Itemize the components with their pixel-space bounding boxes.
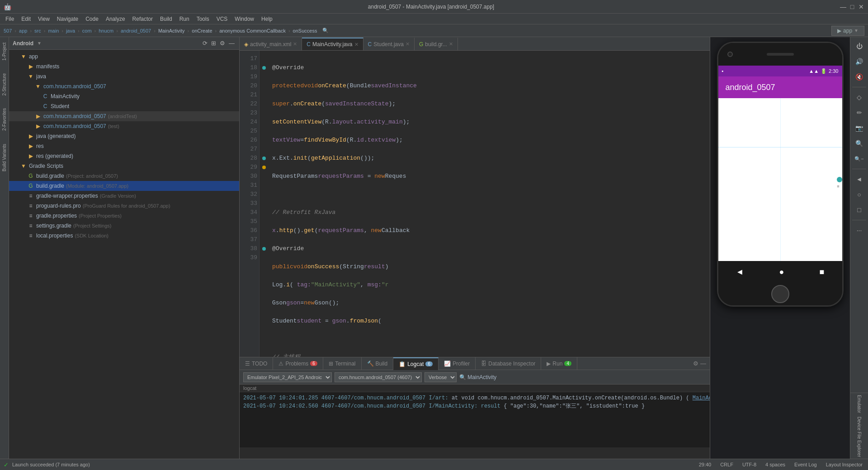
tab-student-java-close[interactable]: ✕ bbox=[406, 41, 410, 47]
volume-up-button[interactable]: 🔊 bbox=[852, 54, 867, 69]
phone-nav-bar[interactable]: ◄ ● ■ bbox=[718, 261, 842, 283]
tab-database-inspector[interactable]: 🗄 Database Inspector bbox=[476, 357, 541, 370]
tree-student[interactable]: C Student bbox=[9, 101, 239, 111]
package-selector[interactable]: com.hnucm.android_0507 (4607) bbox=[335, 372, 422, 382]
sync-button[interactable]: ⟳ bbox=[202, 39, 208, 47]
code-editor[interactable]: 17 18 19 20 21 22 23 24 25 26 27 28 bbox=[240, 51, 710, 368]
tree-java[interactable]: ▼ java bbox=[9, 71, 239, 81]
nav-com[interactable]: com bbox=[82, 28, 92, 33]
tab-activity-main-xml-close[interactable]: ✕ bbox=[293, 41, 297, 47]
logcat-settings-button[interactable]: ⚙ bbox=[693, 360, 698, 367]
tab-terminal[interactable]: ⊞ Terminal bbox=[323, 357, 361, 370]
status-time[interactable]: 29:40 bbox=[697, 462, 713, 467]
tree-manifests[interactable]: ▶ manifests bbox=[9, 62, 239, 71]
collapse-all-button[interactable]: ⊞ bbox=[210, 39, 217, 47]
menu-navigate[interactable]: Navigate bbox=[53, 14, 82, 24]
logcat-link-1[interactable]: MainActivity.java:20 bbox=[693, 395, 710, 401]
tree-androidtest[interactable]: ▶ com.hnucm.android_0507 (androidTest) bbox=[9, 111, 239, 121]
nav-onsuccess[interactable]: onSuccess bbox=[293, 28, 317, 33]
event-log-button[interactable]: Event Log bbox=[793, 462, 819, 467]
tree-test[interactable]: ▶ com.hnucm.android_0507 (test) bbox=[9, 121, 239, 131]
status-indent[interactable]: 4 spaces bbox=[764, 462, 787, 467]
draw-button[interactable]: ✏ bbox=[852, 105, 867, 120]
menu-analyze[interactable]: Analyze bbox=[102, 14, 129, 24]
nav-main[interactable]: main bbox=[48, 28, 59, 33]
minimize-button[interactable]: — bbox=[840, 4, 846, 10]
tab-student-java[interactable]: C Student.java ✕ bbox=[363, 38, 415, 50]
nav-hnucm[interactable]: hnucm bbox=[99, 28, 113, 33]
tab-mainactivity-java-close[interactable]: ✕ bbox=[354, 42, 359, 47]
phone-home-button[interactable]: ● bbox=[779, 267, 784, 277]
panel-gear-button[interactable]: ⚙ bbox=[219, 39, 226, 47]
menu-edit[interactable]: Edit bbox=[18, 14, 34, 24]
log-level-selector[interactable]: Verbose bbox=[425, 372, 457, 382]
nav-mainactivity[interactable]: MainActivity bbox=[158, 28, 185, 33]
menu-view[interactable]: View bbox=[34, 14, 53, 24]
nav-package[interactable]: android_0507 bbox=[121, 28, 151, 33]
nav-507[interactable]: 507 bbox=[4, 28, 12, 33]
menu-vcs[interactable]: VCS bbox=[213, 14, 231, 24]
status-encoding[interactable]: UTF-8 bbox=[741, 462, 758, 467]
tree-res[interactable]: ▶ res bbox=[9, 141, 239, 151]
tab-build-variants[interactable]: Build Variants bbox=[2, 142, 7, 173]
nav-java[interactable]: java bbox=[66, 28, 75, 33]
menu-run[interactable]: Run bbox=[176, 14, 193, 24]
tab-problems[interactable]: ⚠ Problems 6 bbox=[273, 357, 323, 370]
tree-package-main[interactable]: ▼ com.hnucm.android_0507 bbox=[9, 81, 239, 91]
tree-mainactivity[interactable]: C MainActivity bbox=[9, 91, 239, 101]
tree-app[interactable]: ▼ app bbox=[9, 52, 239, 62]
recent-nav-button[interactable]: □ bbox=[852, 203, 867, 217]
layout-inspector-button[interactable]: Layout Inspector bbox=[824, 462, 864, 467]
status-crlf[interactable]: CRLF bbox=[718, 462, 735, 467]
home-nav-button[interactable]: ○ bbox=[852, 187, 867, 202]
screenshot-button[interactable]: 📷 bbox=[852, 121, 867, 135]
tab-project[interactable]: 1-Project bbox=[2, 41, 7, 62]
tree-gradle-wrapper[interactable]: ≡ gradle-wrapper.properties (Gradle Vers… bbox=[9, 191, 239, 201]
tab-build-gradle-close[interactable]: ✕ bbox=[449, 41, 453, 47]
nav-oncreate[interactable]: onCreate bbox=[192, 28, 212, 33]
tab-logcat[interactable]: 📋 Logcat 6 bbox=[393, 357, 439, 370]
code-content[interactable]: @Override protected void onCreate(Bundle… bbox=[269, 51, 710, 368]
tree-gradle-scripts[interactable]: ▼ Gradle Scripts bbox=[9, 161, 239, 171]
tree-proguard[interactable]: ≡ proguard-rules.pro (ProGuard Rules for… bbox=[9, 201, 239, 211]
tree-res-generated[interactable]: ▶ res (generated) bbox=[9, 151, 239, 161]
device-file-explorer-tab[interactable]: Device File Explorer bbox=[857, 417, 862, 457]
menu-refactor[interactable]: Refactor bbox=[129, 14, 156, 24]
menu-code[interactable]: Code bbox=[82, 14, 102, 24]
tree-java-generated[interactable]: ▶ java (generated) bbox=[9, 131, 239, 141]
tab-profiler[interactable]: 📈 Profiler bbox=[439, 357, 476, 370]
logcat-collapse-button[interactable]: — bbox=[700, 360, 706, 367]
power-button[interactable]: ⏻ bbox=[852, 39, 867, 53]
tab-activity-main-xml[interactable]: ◈ activity_main.xml ✕ bbox=[240, 38, 302, 50]
volume-down-button[interactable]: 🔇 bbox=[852, 70, 867, 84]
tab-run[interactable]: ▶ Run 4 bbox=[541, 357, 577, 370]
zoom-in-button[interactable]: 🔍 bbox=[852, 136, 867, 151]
back-nav-button[interactable]: ◄ bbox=[852, 172, 867, 186]
menu-window[interactable]: Window bbox=[231, 14, 258, 24]
phone-back-button[interactable]: ◄ bbox=[736, 267, 744, 277]
logcat-content[interactable]: 2021-05-07 10:24:01.285 4607-4607/com.hn… bbox=[240, 392, 710, 447]
menu-file[interactable]: File bbox=[2, 14, 18, 24]
emulator-tab[interactable]: Emulator bbox=[857, 395, 862, 413]
more-button[interactable]: ··· bbox=[852, 223, 867, 237]
tree-build-gradle-project[interactable]: G build.gradle (Project: android_0507) bbox=[9, 171, 239, 181]
tree-gradle-properties[interactable]: ≡ gradle.properties (Project Properties) bbox=[9, 211, 239, 221]
tab-build[interactable]: 🔨 Build bbox=[362, 357, 394, 370]
nav-callback[interactable]: anonymous CommonCallback bbox=[219, 28, 286, 33]
emulator-selector[interactable]: Emulator Pixel_2_API_25 Androic bbox=[243, 372, 332, 382]
tab-build-gradle[interactable]: G build.gr... ✕ bbox=[415, 38, 458, 50]
tree-settings-gradle[interactable]: ≡ settings.gradle (Project Settings) bbox=[9, 221, 239, 231]
tab-todo[interactable]: ☰ TODO bbox=[240, 357, 273, 370]
maximize-button[interactable]: □ bbox=[849, 4, 855, 10]
phone-recent-button[interactable]: ■ bbox=[820, 267, 825, 277]
run-config-selector[interactable]: ▶ app ▼ bbox=[831, 26, 864, 36]
tab-structure[interactable]: 2-Structure bbox=[2, 71, 7, 97]
menu-help[interactable]: Help bbox=[258, 14, 276, 24]
nav-src[interactable]: src bbox=[34, 28, 41, 33]
tree-build-gradle-module[interactable]: G build.gradle (Module: android_0507.app… bbox=[9, 181, 239, 191]
menu-build[interactable]: Build bbox=[156, 14, 176, 24]
rotate-button[interactable]: ◇ bbox=[852, 90, 867, 104]
tab-favorites[interactable]: 2-Favorites bbox=[2, 106, 7, 133]
menu-tools[interactable]: Tools bbox=[193, 14, 213, 24]
tree-local-properties[interactable]: ≡ local.properties (SDK Location) bbox=[9, 231, 239, 241]
